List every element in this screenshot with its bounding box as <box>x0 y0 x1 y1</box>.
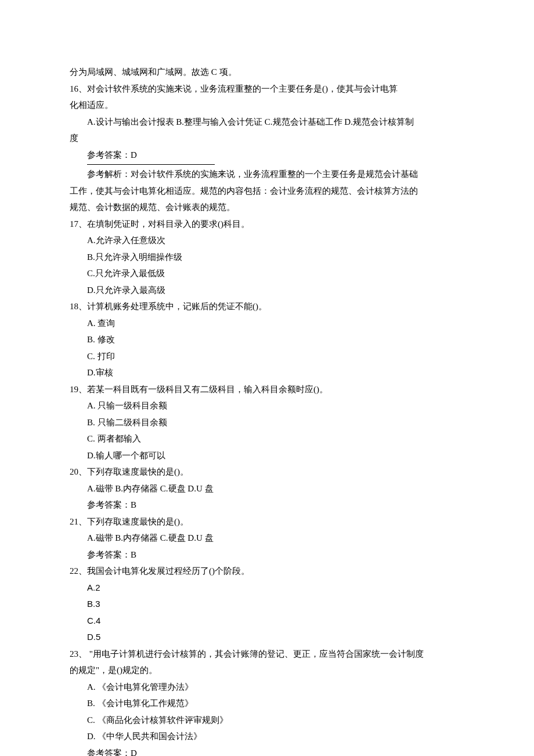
q19-option-d: D.输人哪一个都可以 <box>70 447 464 464</box>
q17-option-d: D.只允许录入最高级 <box>70 282 464 299</box>
q21-options: A.磁带 B.内存储器 C.硬盘 D.U 盘 <box>70 530 464 547</box>
document-page: 分为局域网、城域网和广域网。故选 C 项。 16、对会计软件系统的实施来说，业务… <box>0 0 534 756</box>
q22-option-a: A.2 <box>70 580 464 596</box>
q16-stem-line2: 化相适应。 <box>70 97 464 114</box>
q22-stem: 22、我国会计电算化发展过程经历了()个阶段。 <box>70 563 464 580</box>
q18-stem: 18、计算机账务处理系统中，记账后的凭证不能()。 <box>70 298 464 315</box>
q19-option-b: B. 只输二级科目余额 <box>70 414 464 431</box>
q17-option-c: C.只允许录入最低级 <box>70 265 464 282</box>
q16-options-line2: 度 <box>70 130 464 147</box>
q19-option-a: A. 只输一级科目余额 <box>70 397 464 414</box>
q22-option-d: D.5 <box>70 629 464 646</box>
q16-explain-line3: 规范、会计数据的规范、会计账表的规范。 <box>70 199 464 216</box>
q20-answer: 参考答案：B <box>70 497 464 513</box>
q20-stem: 20、下列存取速度最快的是()。 <box>70 464 464 480</box>
q17-option-b: B.只允许录入明细操作级 <box>70 249 464 266</box>
q17-stem: 17、在填制凭证时，对科目录入的要求()科目。 <box>70 216 464 233</box>
q22-option-b: B.3 <box>70 596 464 613</box>
q16-answer: 参考答案：D <box>70 147 464 164</box>
q19-stem: 19、若某一科目既有一级科目又有二级科目，输入科目余额时应()。 <box>70 381 464 398</box>
q23-option-d: D. 《中华人民共和国会计法》 <box>70 728 464 745</box>
q21-answer: 参考答案：B <box>70 547 464 563</box>
q21-stem: 21、下列存取速度最快的是()。 <box>70 513 464 530</box>
q23-option-b: B. 《会计电算化工作规范》 <box>70 695 464 712</box>
q16-explain-line1: 参考解析：对会计软件系统的实施来说，业务流程重整的一个主要任务是规范会计基础 <box>70 166 464 183</box>
q23-answer: 参考答案：D <box>70 745 464 757</box>
q17-option-a: A.允许录入任意级次 <box>70 232 464 249</box>
q23-option-a: A. 《会计电算化管理办法》 <box>70 679 464 696</box>
q19-option-c: C. 两者都输入 <box>70 431 464 447</box>
q16-stem-line1: 16、对会计软件系统的实施来说，业务流程重整的一个主要任务是()，使其与会计电算 <box>70 81 464 97</box>
q18-option-b: B. 修改 <box>70 331 464 348</box>
q18-option-d: D.审核 <box>70 364 464 381</box>
q16-explain-line2: 工作，使其与会计电算化相适应。规范的内容包括：会计业务流程的规范、会计核算方法的 <box>70 183 464 200</box>
q18-option-a: A. 查询 <box>70 315 464 332</box>
q23-stem-line1: 23、 "用电子计算机进行会计核算的，其会计账簿的登记、更正，应当符合国家统一会… <box>70 646 464 663</box>
prev-explain-tail: 分为局域网、城域网和广域网。故选 C 项。 <box>70 64 464 81</box>
q18-option-c: C. 打印 <box>70 348 464 365</box>
q23-option-c: C. 《商品化会计核算软件评审规则》 <box>70 712 464 729</box>
q16-options-line1: A.设计与输出会计报表 B.整理与输入会计凭证 C.规范会计基础工作 D.规范会… <box>70 114 464 131</box>
q20-options: A.磁带 B.内存储器 C.硬盘 D.U 盘 <box>70 480 464 497</box>
q23-stem-line2: 的规定"，是()规定的。 <box>70 662 464 679</box>
divider <box>87 164 215 165</box>
q22-option-c: C.4 <box>70 613 464 630</box>
